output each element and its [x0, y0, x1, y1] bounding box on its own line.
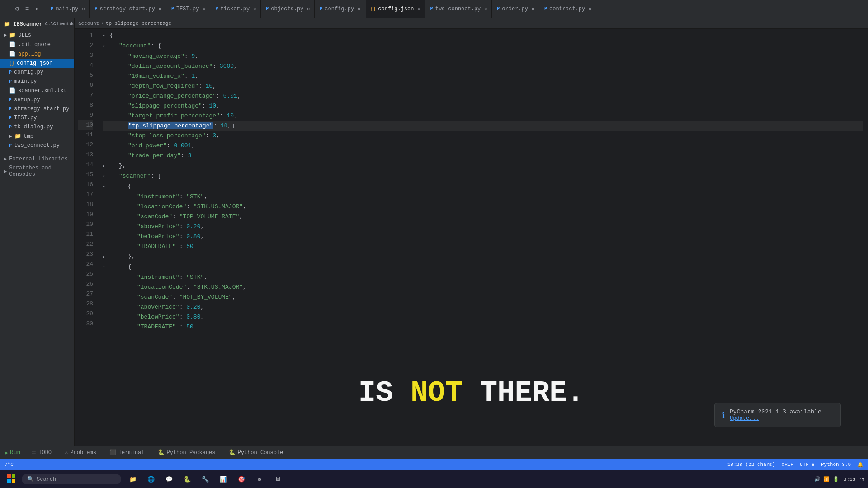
sidebar-item-main-py[interactable]: P main.py — [0, 77, 74, 86]
project-name: IBScanner — [13, 21, 42, 28]
taskbar-app-5[interactable]: 🔧 — [198, 472, 212, 487]
tab-order-py[interactable]: Porder.py✕ — [492, 0, 539, 18]
sidebar-item-strategy_start-py[interactable]: P strategy_start.py — [0, 104, 74, 113]
sidebar-item-tk_dialog-py[interactable]: P tk_dialog.py — [0, 122, 74, 131]
update-link[interactable]: Update... — [730, 415, 821, 422]
scratches-consoles-label: Scratches and Consoles — [9, 165, 71, 178]
taskbar-right: 🔊 📶 🔋 3:13 PM — [814, 476, 864, 482]
minimize-icon[interactable]: ─ — [4, 5, 11, 13]
external-libraries-label: External Libraries — [9, 156, 68, 162]
taskbar-app-9[interactable]: 🖥 — [270, 472, 285, 487]
encoding[interactable]: UTF-8 — [800, 462, 815, 467]
tab-config-json[interactable]: {}config.json✕ — [366, 0, 425, 18]
sidebar-item--gitignore[interactable]: 📄 .gitignore — [0, 40, 74, 49]
code-content: ▾{▾"account": {"moving_average": 9,"doll… — [97, 29, 868, 446]
close-icon[interactable]: ✕ — [33, 5, 41, 13]
tab-config-py[interactable]: Pconfig.py✕ — [315, 0, 365, 18]
sidebar-divider — [0, 152, 74, 152]
external-libraries-item[interactable]: ▶ External Libraries — [0, 154, 74, 164]
windows-start-button[interactable] — [4, 473, 19, 486]
tab-contract-py[interactable]: Pcontract.py✕ — [540, 0, 596, 18]
notification-content: PyCharm 2021.1.3 available Update... — [730, 408, 821, 422]
sidebar-item-config-py[interactable]: P config.py — [0, 68, 74, 77]
tab-icon: 🐍 — [158, 449, 165, 456]
sidebar-item-config-json[interactable]: {} config.json — [0, 59, 74, 68]
menu-icon[interactable]: ≡ — [24, 5, 31, 13]
tab-close-icon[interactable]: ✕ — [417, 6, 420, 12]
bottom-tab-terminal[interactable]: ⬛Terminal — [103, 446, 151, 459]
taskbar-pinned-apps: 📁 🌐 💬 🐍 🔧 📊 🎯 ⚙ 🖥 — [126, 472, 285, 487]
system-tray: 🔊 📶 🔋 — [814, 476, 839, 482]
clock: 3:13 PM — [844, 477, 864, 482]
bottom-tab-todo[interactable]: ☰TODO — [25, 446, 58, 459]
search-icon: 🔍 — [27, 476, 34, 483]
sidebar-item-tws_connect-py[interactable]: P tws_connect.py — [0, 141, 74, 150]
taskbar-app-8[interactable]: ⚙ — [252, 472, 267, 487]
tab-TEST-py[interactable]: PTEST.py✕ — [167, 0, 210, 18]
bottom-toolbar: ▶Run☰TODO⚠Problems⬛Terminal🐍Python Packa… — [0, 446, 868, 459]
svg-rect-0 — [7, 474, 11, 478]
taskbar-app-7[interactable]: 🎯 — [234, 472, 249, 487]
project-path: C:\Clientdocume — [45, 22, 75, 27]
project-sidebar: 📁 IBScanner C:\Clientdocume ▶📁DLLs📄 .git… — [0, 18, 75, 446]
tab-tws_connect-py[interactable]: Ptws_connect.py✕ — [425, 0, 492, 18]
status-right: 10:28 (22 chars) CRLF UTF-8 Python 3.9 🔔 — [727, 462, 863, 468]
status-left: 7°C — [5, 462, 14, 467]
status-temp[interactable]: 7°C — [5, 462, 14, 467]
tab-close-icon[interactable]: ✕ — [307, 6, 310, 12]
tab-close-icon[interactable]: ✕ — [358, 6, 360, 12]
taskbar-search-box[interactable]: 🔍 Search — [22, 474, 121, 484]
run-button[interactable]: ▶Run — [0, 449, 25, 456]
cursor-position[interactable]: 10:28 (22 chars) — [727, 462, 775, 467]
tab-icon: 🐍 — [229, 449, 236, 456]
line-ending[interactable]: CRLF — [782, 462, 793, 467]
tab-close-icon[interactable]: ✕ — [253, 6, 256, 12]
taskbar-app-1[interactable]: 📁 — [126, 472, 140, 487]
sidebar-item-DLLs[interactable]: ▶📁DLLs — [0, 30, 74, 40]
main-layout: 📁 IBScanner C:\Clientdocume ▶📁DLLs📄 .git… — [0, 18, 868, 446]
notification-panel: ℹ PyCharm 2021.1.3 available Update... — [714, 403, 841, 427]
tab-icon: ⬛ — [109, 449, 116, 456]
breadcrumb-key[interactable]: tp_slippage_percentage — [106, 21, 171, 26]
chevron-right-icon2: ▶ — [4, 168, 7, 175]
bottom-tab-python-console[interactable]: 🐍Python Console — [222, 446, 290, 459]
tab-main-py[interactable]: Pmain.py✕ — [46, 0, 90, 18]
taskbar-app-2[interactable]: 🌐 — [144, 472, 158, 487]
sidebar-item-TEST-py[interactable]: P TEST.py — [0, 113, 74, 122]
tab-label: Terminal — [118, 450, 145, 456]
status-bar: 7°C 10:28 (22 chars) CRLF UTF-8 Python 3… — [0, 459, 868, 470]
breadcrumb-account[interactable]: account — [78, 21, 99, 26]
notifications-icon[interactable]: 🔔 — [857, 462, 863, 468]
tab-objects-py[interactable]: Pobjects.py✕ — [261, 0, 315, 18]
tab-close-icon[interactable]: ✕ — [532, 6, 534, 12]
sidebar-item-app-log[interactable]: 📄 app.log — [0, 49, 74, 59]
tab-label: Python Packages — [167, 450, 216, 456]
tab-ticker-py[interactable]: Pticker.py✕ — [211, 0, 261, 18]
code-editor[interactable]: 123456789●101112131415161718192021222324… — [75, 29, 868, 446]
sidebar-item-setup-py[interactable]: P setup.py — [0, 95, 74, 104]
tab-close-icon[interactable]: ✕ — [82, 6, 85, 12]
breadcrumb-sep: › — [101, 21, 104, 26]
taskbar-app-4[interactable]: 🐍 — [180, 472, 194, 487]
sidebar-items: ▶📁DLLs📄 .gitignore📄 app.log{} config.jso… — [0, 30, 74, 150]
tab-close-icon[interactable]: ✕ — [203, 6, 205, 12]
search-placeholder: Search — [37, 476, 56, 483]
notification-title: PyCharm 2021.1.3 available — [730, 408, 821, 415]
window-controls[interactable]: ─ ⚙ ≡ ✕ — [4, 5, 41, 13]
line-numbers: 123456789●101112131415161718192021222324… — [75, 29, 97, 446]
settings-icon[interactable]: ⚙ — [14, 5, 21, 13]
run-label: Run — [10, 449, 20, 456]
sidebar-item-tmp[interactable]: ▶📁tmp — [0, 131, 74, 141]
tab-close-icon[interactable]: ✕ — [159, 6, 161, 12]
bottom-tab-problems[interactable]: ⚠Problems — [58, 446, 103, 459]
bottom-tab-python-packages[interactable]: 🐍Python Packages — [151, 446, 222, 459]
tab-icon: ⚠ — [65, 449, 68, 456]
taskbar-app-3[interactable]: 💬 — [162, 472, 176, 487]
tab-close-icon[interactable]: ✕ — [589, 6, 591, 12]
python-version[interactable]: Python 3.9 — [821, 462, 851, 467]
tab-strategy_start-py[interactable]: Pstrategy_start.py✕ — [90, 0, 166, 18]
tab-close-icon[interactable]: ✕ — [484, 6, 487, 12]
sidebar-item-scanner-xml-txt[interactable]: 📄 scanner.xml.txt — [0, 86, 74, 95]
scratches-consoles-item[interactable]: ▶ Scratches and Consoles — [0, 164, 74, 179]
taskbar-app-6[interactable]: 📊 — [216, 472, 231, 487]
